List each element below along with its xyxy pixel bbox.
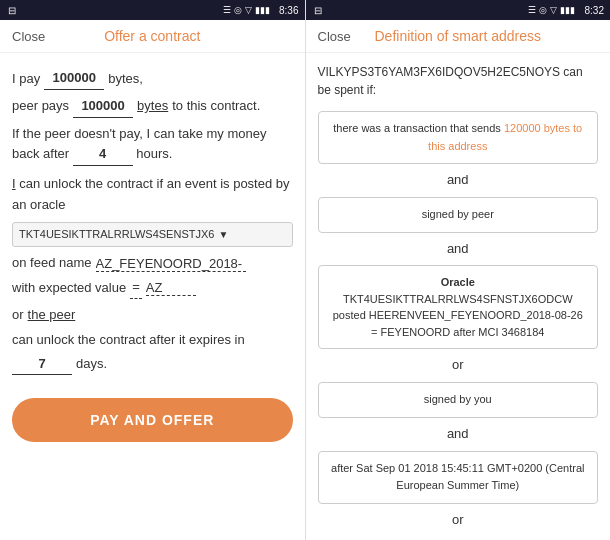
left-panel-title: Offer a contract (104, 28, 200, 44)
days-row: 7 days. (12, 354, 293, 376)
left-notification-icon: ⊟ (8, 5, 16, 16)
pay-and-offer-button[interactable]: PAY AND OFFER (12, 398, 293, 442)
or-connector-1: or (318, 355, 599, 376)
i-pay-label: I pay (12, 69, 40, 90)
hours-label: hours. (136, 146, 172, 161)
peer-pays-row: peer pays 100000 bytes to this contract. (12, 96, 293, 118)
right-panel: ⊟ ☰ ◎ ▽ ▮▮▮ 8:32 Close Definition of sma… (306, 0, 611, 540)
condition-box-5: after Sat Sep 01 2018 15:45:11 GMT+0200 … (318, 451, 599, 504)
right-wifi-icon: ▽ (550, 5, 557, 15)
right-battery-icon: ▮▮▮ (560, 5, 575, 15)
oracle-value: TKT4UESIKTTRALRRLWS4SFNSTJX6ODCW (331, 291, 586, 308)
condition5-text: after Sat Sep 01 2018 15:45:11 GMT+0200 … (331, 462, 584, 492)
condition-box-4: signed by you (318, 382, 599, 418)
nfc-icon: ☰ (223, 5, 231, 15)
hours-value[interactable]: 4 (73, 144, 133, 166)
and-connector-1: and (318, 170, 599, 191)
peer-pays-unit: bytes (137, 96, 168, 117)
condition1-text1: there was a transaction that sends (333, 122, 501, 134)
peer-pays-label: peer pays (12, 96, 69, 117)
right-signal-icon: ◎ (539, 5, 547, 15)
and-connector-3: and (318, 424, 599, 445)
signal-icon: ◎ (234, 5, 242, 15)
right-notification-icon: ⊟ (314, 5, 322, 16)
right-panel-title: Definition of smart address (374, 28, 541, 44)
condition-box-2: signed by peer (318, 197, 599, 233)
oracle-dropdown-arrow[interactable]: ▼ (218, 227, 228, 243)
days-value[interactable]: 7 (12, 354, 72, 376)
oracle-posted-text: posted HEERENVEEN_FEYENOORD_2018-08-26 =… (331, 307, 586, 340)
left-status-bar: ⊟ ☰ ◎ ▽ ▮▮▮ 8:36 (0, 0, 305, 20)
right-nfc-icon: ☰ (528, 5, 536, 15)
oracle-field[interactable]: TKT4UESIKTTRALRRLWS4SENSTJX6 ▼ (12, 222, 293, 248)
feed-name-input[interactable] (96, 256, 246, 272)
condition-box-3: Oracle TKT4UESIKTTRALRRLWS4SFNSTJX6ODCW … (318, 265, 599, 349)
unlock-clause: I can unlock the contract if an event is… (12, 174, 293, 216)
i-pay-row: I pay 100000 bytes, (12, 68, 293, 90)
expected-value-row: with expected value = (12, 277, 293, 299)
and-connector-2: and (318, 239, 599, 260)
left-close-button[interactable]: Close (12, 29, 45, 44)
oracle-field-value: TKT4UESIKTTRALRRLWS4SENSTJX6 (19, 226, 214, 244)
left-time: 8:36 (279, 5, 298, 16)
days-label: days. (76, 354, 107, 375)
right-status-icons: ☰ ◎ ▽ ▮▮▮ (528, 5, 575, 15)
or-connector-2: or (318, 510, 599, 531)
unlock-text: can unlock the contract if an event is p… (12, 176, 290, 212)
address-description: VILKYPS3T6YAM3FX6IDQOV5H2EC5NOYS can be … (318, 63, 599, 99)
the-peer-label: the peer (28, 305, 76, 326)
left-panel: ⊟ ☰ ◎ ▽ ▮▮▮ 8:36 Close Offer a contract … (0, 0, 306, 540)
condition-box-1: there was a transaction that sends 12000… (318, 111, 599, 164)
or-label: or (12, 305, 24, 326)
unlock-intro: I (12, 176, 16, 191)
expected-value-input[interactable] (146, 280, 196, 296)
right-panel-content: VILKYPS3T6YAM3FX6IDQOV5H2EC5NOYS can be … (306, 53, 611, 540)
i-pay-value[interactable]: 100000 (44, 68, 104, 90)
peer-pays-value[interactable]: 100000 (73, 96, 133, 118)
address-prefix: VILKYPS3T6YAM3FX6IDQOV5H2EC5NOYS can be … (318, 65, 583, 97)
battery-icon: ▮▮▮ (255, 5, 270, 15)
i-pay-unit: bytes, (108, 69, 143, 90)
to-this-contract: to this contract. (172, 96, 260, 117)
oracle-field-row: TKT4UESIKTTRALRRLWS4SENSTJX6 ▼ (12, 222, 293, 248)
left-panel-content: I pay 100000 bytes, peer pays 100000 byt… (0, 53, 305, 540)
equals-label: = (130, 277, 142, 299)
oracle-label: Oracle (331, 274, 586, 291)
on-feed-label: on feed name (12, 253, 92, 274)
feed-name-row: on feed name (12, 253, 293, 274)
no-pay-clause: If the peer doesn't pay, I can take my m… (12, 124, 293, 167)
or-peer-row: or the peer can unlock the contract afte… (12, 305, 293, 351)
expires-text: can unlock the contract after it expires… (12, 330, 245, 351)
right-panel-header: Close Definition of smart address (306, 20, 611, 53)
condition2-text: signed by peer (422, 208, 494, 220)
right-status-bar: ⊟ ☰ ◎ ▽ ▮▮▮ 8:32 (306, 0, 611, 20)
left-panel-header: Close Offer a contract (0, 20, 305, 53)
with-expected-value: with expected value (12, 278, 126, 299)
right-close-button[interactable]: Close (318, 29, 351, 44)
left-status-icons: ☰ ◎ ▽ ▮▮▮ (223, 5, 270, 15)
right-time: 8:32 (585, 5, 604, 16)
wifi-icon: ▽ (245, 5, 252, 15)
condition4-text: signed by you (424, 393, 492, 405)
